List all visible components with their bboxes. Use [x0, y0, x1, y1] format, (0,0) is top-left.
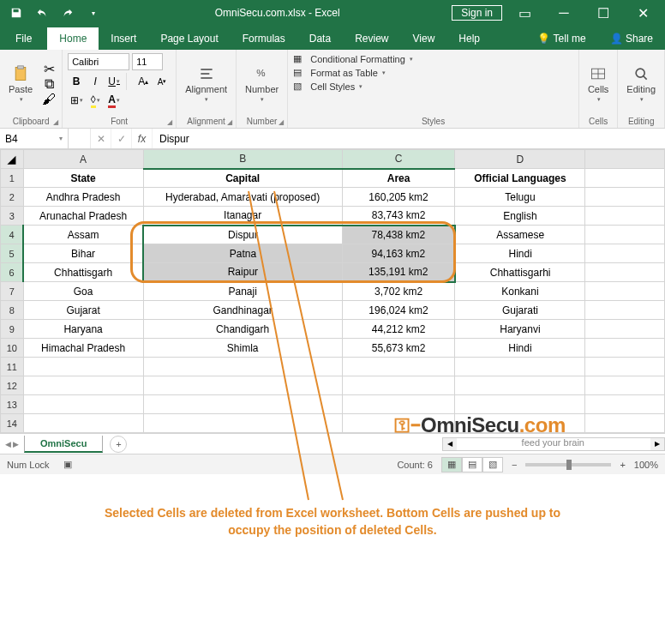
tab-review[interactable]: Review: [343, 27, 400, 50]
cell[interactable]: Patna: [143, 244, 342, 263]
number-button[interactable]: % Number ▾: [242, 63, 282, 105]
tab-formulas[interactable]: Formulas: [231, 27, 297, 50]
cell[interactable]: [585, 320, 665, 339]
cell[interactable]: [585, 244, 665, 263]
cell[interactable]: [585, 188, 665, 207]
conditional-formatting-button[interactable]: ▦Conditional Formatting▾: [293, 53, 573, 65]
tab-data[interactable]: Data: [297, 27, 343, 50]
cell[interactable]: Area: [342, 169, 455, 188]
cancel-formula-icon[interactable]: ✕: [91, 129, 111, 148]
row-header[interactable]: 6: [1, 263, 24, 282]
row-header[interactable]: 10: [1, 339, 24, 358]
minimize-icon[interactable]: ─: [547, 0, 581, 26]
tell-me-button[interactable]: 💡 Tell me: [525, 27, 597, 50]
cell[interactable]: Shimla: [143, 339, 342, 358]
underline-button[interactable]: U▾: [105, 73, 123, 90]
tab-help[interactable]: Help: [446, 27, 492, 50]
cell[interactable]: Hyderabad, Amaravati (proposed): [143, 188, 342, 207]
cell[interactable]: 196,024 km2: [342, 301, 455, 320]
tab-view[interactable]: View: [401, 27, 447, 50]
row-header[interactable]: 1: [1, 169, 24, 188]
font-color-button[interactable]: A▾: [105, 92, 123, 109]
share-button[interactable]: 👤 Share: [598, 27, 665, 50]
dialog-launcher-icon[interactable]: ◢: [53, 118, 58, 126]
cell[interactable]: 55,673 km2: [342, 339, 455, 358]
cell[interactable]: Telugu: [455, 188, 585, 207]
row-header[interactable]: 13: [1, 395, 24, 414]
cell[interactable]: [585, 226, 665, 244]
cell-active[interactable]: Dispur: [143, 226, 342, 244]
row-header[interactable]: 7: [1, 282, 24, 301]
format-painter-icon[interactable]: 🖌: [41, 93, 57, 106]
cell[interactable]: 94,163 km2: [342, 244, 455, 263]
fx-icon[interactable]: fx: [132, 129, 153, 148]
tab-insert[interactable]: Insert: [99, 27, 148, 50]
horizontal-scrollbar[interactable]: ◀ ▶: [442, 437, 665, 451]
cell[interactable]: Raipur: [143, 263, 342, 282]
cell[interactable]: Itanagar: [143, 207, 342, 226]
cell[interactable]: Chhattisgarh: [23, 263, 143, 282]
row-header[interactable]: 5: [1, 244, 24, 263]
zoom-out-button[interactable]: −: [512, 460, 517, 470]
cell[interactable]: Chandigarh: [143, 320, 342, 339]
sheet-tab-active[interactable]: OmniSecu: [24, 436, 103, 453]
cell-styles-button[interactable]: ▧Cell Styles▾: [293, 81, 573, 93]
cell[interactable]: Himachal Pradesh: [23, 339, 143, 358]
cell[interactable]: State: [23, 169, 143, 188]
cell[interactable]: Capital: [143, 169, 342, 188]
dialog-launcher-icon[interactable]: ◢: [279, 118, 284, 126]
row-header[interactable]: 8: [1, 301, 24, 320]
enter-formula-icon[interactable]: ✓: [111, 129, 132, 148]
zoom-slider[interactable]: [525, 463, 611, 466]
scroll-left-icon[interactable]: ◀: [443, 438, 457, 450]
fill-color-button[interactable]: ◊▾: [87, 92, 104, 109]
copy-icon[interactable]: ⧉: [41, 77, 57, 91]
cell[interactable]: 3,702 km2: [342, 282, 455, 301]
cell[interactable]: 160,205 km2: [342, 188, 455, 207]
cell[interactable]: Gandhinagar: [143, 301, 342, 320]
italic-button[interactable]: I: [87, 73, 104, 90]
redo-icon[interactable]: [58, 3, 77, 22]
normal-view-button[interactable]: ▦: [441, 457, 462, 472]
font-name-select[interactable]: [68, 53, 129, 70]
macro-record-icon[interactable]: ▣: [63, 459, 72, 470]
maximize-icon[interactable]: ☐: [586, 0, 620, 26]
shrink-font-button[interactable]: A▾: [153, 73, 171, 90]
grow-font-button[interactable]: A▴: [135, 73, 152, 90]
select-all-corner[interactable]: ◢: [1, 150, 24, 169]
cell[interactable]: Haryanvi: [455, 320, 585, 339]
col-header-d[interactable]: D: [455, 150, 585, 169]
border-button[interactable]: ⊞▾: [68, 92, 85, 109]
zoom-level[interactable]: 100%: [634, 460, 658, 470]
zoom-in-button[interactable]: +: [620, 460, 625, 470]
cell[interactable]: 135,191 km2: [342, 263, 455, 282]
cell[interactable]: 83,743 km2: [342, 207, 455, 226]
cell[interactable]: [585, 282, 665, 301]
cell[interactable]: Haryana: [23, 320, 143, 339]
cell[interactable]: [585, 339, 665, 358]
cell[interactable]: Assam: [23, 226, 143, 244]
worksheet-grid[interactable]: ◢ A B C D 1 State Capital Area Official …: [0, 149, 665, 433]
cell[interactable]: Gujarat: [23, 301, 143, 320]
cell[interactable]: [585, 301, 665, 320]
save-icon[interactable]: [7, 3, 26, 22]
tab-home[interactable]: Home: [47, 27, 99, 50]
close-icon[interactable]: ✕: [626, 0, 660, 26]
row-header[interactable]: 4: [1, 226, 24, 244]
col-header-c[interactable]: C: [342, 150, 455, 169]
cell[interactable]: Konkani: [455, 282, 585, 301]
row-header[interactable]: 2: [1, 188, 24, 207]
page-layout-view-button[interactable]: ▤: [462, 457, 482, 472]
cell[interactable]: Official Languages: [455, 169, 585, 188]
editing-button[interactable]: Editing ▾: [623, 63, 659, 105]
row-header[interactable]: 11: [1, 358, 24, 376]
col-header-b[interactable]: B: [143, 150, 342, 169]
cell[interactable]: English: [455, 207, 585, 226]
cell[interactable]: 78,438 km2: [342, 226, 455, 244]
ribbon-options-icon[interactable]: ▭: [507, 0, 542, 26]
cell[interactable]: Gujarati: [455, 301, 585, 320]
cell[interactable]: Hindi: [455, 339, 585, 358]
add-sheet-button[interactable]: +: [110, 436, 127, 453]
page-break-view-button[interactable]: ▧: [482, 457, 503, 472]
cut-icon[interactable]: ✂: [41, 62, 57, 75]
